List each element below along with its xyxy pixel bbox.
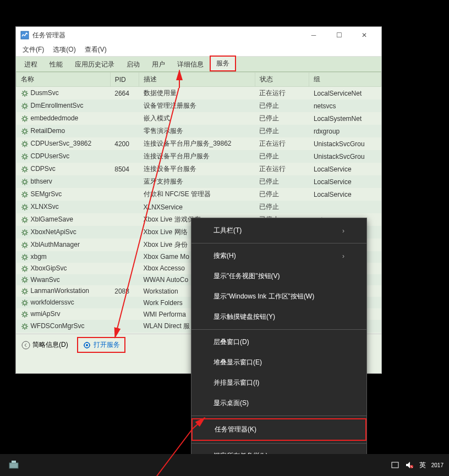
context-menu-item[interactable]: 工具栏(T)›	[191, 220, 366, 241]
tab-users[interactable]: 用户	[146, 57, 171, 71]
menubar: 文件(F) 选项(O) 查看(V)	[16, 43, 381, 57]
service-group	[309, 201, 381, 213]
service-pid	[110, 99, 139, 112]
table-row[interactable]: bthserv 蓝牙支持服务 已停止 LocalService	[17, 175, 381, 188]
table-row[interactable]: CDPUserSvc_39862 4200 连接设备平台用户服务_39862 正…	[17, 137, 381, 150]
menu-item-label: 显示桌面(S)	[213, 398, 249, 408]
close-button[interactable]: ✕	[352, 27, 377, 43]
service-name: CDPUserSvc	[31, 152, 70, 160]
context-menu-item[interactable]: 显示桌面(S)	[191, 393, 366, 413]
minimize-button[interactable]: ─	[301, 27, 326, 43]
tab-services[interactable]: 服务	[210, 56, 236, 71]
svg-point-17	[23, 290, 26, 293]
table-row[interactable]: CDPSvc 8504 连接设备平台服务 正在运行 LocalService	[17, 163, 381, 175]
open-services-button[interactable]: 打开服务	[77, 337, 125, 353]
tab-app-history[interactable]: 应用历史记录	[69, 57, 121, 71]
table-row[interactable]: RetailDemo 零售演示服务 已停止 rdxgroup	[17, 125, 381, 137]
table-row[interactable]: CDPUserSvc 连接设备平台用户服务 已停止 UnistackSvcGro…	[17, 150, 381, 163]
svg-point-15	[23, 267, 26, 270]
service-name: workfolderssvc	[31, 298, 74, 306]
svg-point-19	[23, 313, 26, 316]
context-menu-item[interactable]: 显示触摸键盘按钮(Y)	[191, 307, 366, 327]
table-row[interactable]: XLNXSvc XLNXService 已停止	[17, 201, 381, 213]
windows-taskbar[interactable]: 英 2017	[0, 454, 449, 476]
menu-item-label: 堆叠显示窗口(E)	[213, 358, 262, 367]
notification-icon[interactable]	[391, 461, 399, 469]
menu-view[interactable]: 查看(V)	[80, 44, 111, 56]
service-name: bthserv	[31, 178, 52, 185]
service-name: embeddedmode	[31, 114, 79, 122]
service-pid	[110, 213, 139, 226]
brief-info-label: 简略信息(D)	[32, 340, 68, 350]
ime-indicator[interactable]: 英	[419, 461, 426, 470]
menu-file[interactable]: 文件(F)	[18, 44, 48, 56]
service-group: LocalService	[309, 163, 381, 175]
svg-point-11	[23, 218, 26, 222]
svg-rect-33	[12, 461, 16, 463]
service-group: UnistackSvcGrou	[309, 137, 381, 150]
service-name: XLNXSvc	[31, 203, 59, 211]
context-menu-item[interactable]: 显示"Windows Ink 工作区"按钮(W)	[191, 286, 366, 307]
menu-item-label: 层叠窗口(D)	[213, 337, 249, 347]
service-name: WFDSConMgrSvc	[31, 322, 85, 330]
svg-point-4	[23, 130, 26, 133]
column-name[interactable]: 名称	[17, 73, 111, 87]
taskbar-app-icon[interactable]	[6, 457, 22, 473]
menu-item-label: 工具栏(T)	[213, 226, 242, 235]
service-pid	[110, 308, 139, 320]
service-pid	[110, 150, 139, 163]
service-name: SEMgrSvc	[31, 190, 62, 198]
column-pid[interactable]: PID	[110, 73, 139, 87]
service-icon	[83, 341, 91, 350]
table-row[interactable]: DmEnrollmentSvc 设备管理注册服务 已停止 netsvcs	[17, 99, 381, 112]
table-row[interactable]: DusmSvc 2664 数据使用量 正在运行 LocalServiceNet	[17, 87, 381, 100]
volume-icon[interactable]	[405, 461, 414, 469]
service-group: netsvcs	[309, 99, 381, 112]
service-status: 正在运行	[255, 137, 309, 150]
tab-bar: 进程 性能 应用历史记录 启动 用户 详细信息 服务	[16, 57, 381, 72]
maximize-button[interactable]: ☐	[326, 27, 352, 43]
service-name: XblAuthManager	[31, 241, 80, 248]
service-desc: 连接设备平台用户服务_39862	[139, 137, 255, 150]
tab-startup[interactable]: 启动	[121, 57, 146, 71]
tab-details[interactable]: 详细信息	[171, 57, 210, 71]
service-pid	[110, 274, 139, 286]
svg-point-5	[23, 142, 26, 146]
tab-performance[interactable]: 性能	[43, 57, 69, 71]
service-desc: 连接设备平台服务	[139, 163, 255, 175]
service-group: LocalService	[309, 175, 381, 188]
svg-point-9	[23, 193, 26, 196]
context-menu-item[interactable]: 任务管理器(K)	[191, 418, 366, 441]
brief-info-button[interactable]: 简略信息(D)	[21, 340, 68, 350]
service-desc: 零售演示服务	[139, 125, 255, 137]
menu-item-label: 任务管理器(K)	[215, 425, 256, 434]
service-group: rdxgroup	[309, 125, 381, 137]
service-status: 已停止	[255, 175, 309, 188]
menu-separator	[191, 416, 366, 416]
service-status: 已停止	[255, 188, 309, 201]
svg-rect-32	[9, 463, 18, 468]
table-row[interactable]: SEMgrSvc 付款和 NFC/SE 管理器 已停止 LocalService	[17, 188, 381, 201]
service-pid	[110, 188, 139, 201]
service-status: 已停止	[255, 112, 309, 125]
table-row[interactable]: embeddedmode 嵌入模式 已停止 LocalSystemNet	[17, 112, 381, 125]
service-name: WwanSvc	[31, 276, 60, 284]
context-menu-item[interactable]: 层叠窗口(D)	[191, 332, 366, 352]
column-status[interactable]: 状态	[255, 73, 309, 87]
service-pid	[110, 333, 139, 334]
tab-processes[interactable]: 进程	[18, 57, 43, 71]
context-menu-item[interactable]: 显示"任务视图"按钮(V)	[191, 266, 366, 286]
column-desc[interactable]: 描述	[139, 73, 255, 87]
clock-time[interactable]: 2017	[431, 462, 443, 468]
service-pid	[110, 263, 139, 274]
context-menu-item[interactable]: 搜索(H)›	[191, 246, 366, 266]
service-pid: 8504	[110, 163, 139, 175]
collapse-icon	[21, 341, 30, 350]
menu-options[interactable]: 选项(O)	[48, 44, 80, 56]
service-pid: 4200	[110, 137, 139, 150]
window-controls: ─ ☐ ✕	[301, 27, 377, 43]
column-group[interactable]: 组	[309, 73, 381, 87]
context-menu-item[interactable]: 堆叠显示窗口(E)	[191, 352, 366, 373]
context-menu-item[interactable]: 并排显示窗口(I)	[191, 373, 366, 393]
taskbar-context-menu: 工具栏(T)›搜索(H)›显示"任务视图"按钮(V)显示"Windows Ink…	[191, 218, 367, 476]
